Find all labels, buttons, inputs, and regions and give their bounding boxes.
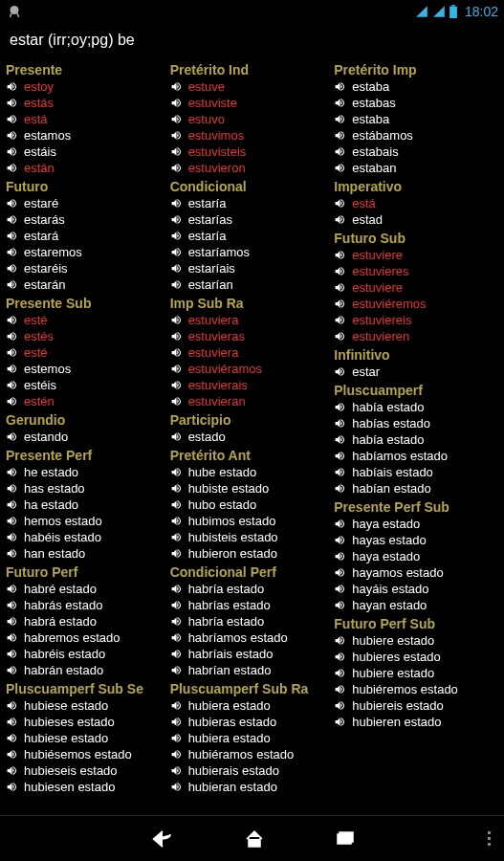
speaker-icon[interactable] xyxy=(170,278,183,291)
speaker-icon[interactable] xyxy=(6,631,18,644)
conjugation-row[interactable]: hayáis estado xyxy=(334,581,496,597)
conjugation-row[interactable]: habíamos estado xyxy=(334,448,496,464)
conjugation-row[interactable]: ha estado xyxy=(6,497,168,513)
speaker-icon[interactable] xyxy=(334,599,346,611)
conjugation-row[interactable]: hubieres estado xyxy=(334,649,496,665)
speaker-icon[interactable] xyxy=(170,230,183,242)
speaker-icon[interactable] xyxy=(170,129,183,142)
conjugation-row[interactable]: esté xyxy=(6,344,168,361)
conjugation-row[interactable]: estaba xyxy=(334,78,496,95)
conjugation-row[interactable]: hubieses estado xyxy=(6,714,168,730)
conjugation-row[interactable]: habrían estado xyxy=(170,662,333,678)
conjugation-row[interactable]: había estado xyxy=(334,431,496,448)
conjugation-row[interactable]: habrá estado xyxy=(6,613,168,629)
conjugation-row[interactable]: hubieras estado xyxy=(170,714,333,730)
conjugation-row[interactable]: hubieseis estado xyxy=(6,762,168,779)
speaker-icon[interactable] xyxy=(334,417,346,430)
speaker-icon[interactable] xyxy=(334,634,346,647)
speaker-icon[interactable] xyxy=(170,482,183,495)
conjugation-row[interactable]: he estado xyxy=(6,464,168,480)
conjugation-row[interactable]: hubimos estado xyxy=(170,513,333,529)
speaker-icon[interactable] xyxy=(6,97,18,109)
speaker-icon[interactable] xyxy=(6,363,18,375)
conjugation-row[interactable]: hubieran estado xyxy=(170,779,333,795)
conjugation-row[interactable]: estuvieran xyxy=(170,393,333,409)
speaker-icon[interactable] xyxy=(334,249,346,261)
conjugation-row[interactable]: habría estado xyxy=(170,613,333,629)
speaker-icon[interactable] xyxy=(6,615,18,628)
speaker-icon[interactable] xyxy=(6,197,18,210)
speaker-icon[interactable] xyxy=(334,667,346,679)
speaker-icon[interactable] xyxy=(6,379,18,391)
conjugation-row[interactable]: estarás xyxy=(6,211,168,228)
conjugation-row[interactable]: estarán xyxy=(6,276,168,293)
speaker-icon[interactable] xyxy=(6,162,18,174)
speaker-icon[interactable] xyxy=(334,213,346,226)
speaker-icon[interactable] xyxy=(6,395,18,408)
conjugation-row[interactable]: habías estado xyxy=(334,415,496,431)
conjugation-row[interactable]: hubo estado xyxy=(170,497,333,513)
conjugation-row[interactable]: están xyxy=(6,160,168,176)
conjugation-row[interactable]: estaremos xyxy=(6,244,168,260)
conjugation-row[interactable]: habrías estado xyxy=(170,597,333,613)
speaker-icon[interactable] xyxy=(334,433,346,446)
conjugation-row[interactable]: estaríamos xyxy=(170,244,333,260)
conjugation-row[interactable]: habría estado xyxy=(170,581,333,597)
speaker-icon[interactable] xyxy=(6,213,18,226)
speaker-icon[interactable] xyxy=(334,365,346,378)
conjugation-row[interactable]: habíais estado xyxy=(334,464,496,480)
speaker-icon[interactable] xyxy=(334,466,346,478)
conjugation-row[interactable]: hubiere estado xyxy=(334,632,496,649)
speaker-icon[interactable] xyxy=(334,314,346,326)
conjugation-row[interactable]: estuviera xyxy=(170,344,333,361)
conjugation-row[interactable]: estén xyxy=(6,393,168,409)
conjugation-row[interactable]: habréis estado xyxy=(6,646,168,662)
speaker-icon[interactable] xyxy=(170,346,183,359)
speaker-icon[interactable] xyxy=(6,699,18,712)
conjugation-row[interactable]: estás xyxy=(6,95,168,111)
speaker-icon[interactable] xyxy=(334,566,346,579)
speaker-icon[interactable] xyxy=(6,314,18,326)
speaker-icon[interactable] xyxy=(170,430,183,443)
conjugation-row[interactable]: hubieren estado xyxy=(334,714,496,730)
conjugation-row[interactable]: estuvisteis xyxy=(170,144,333,160)
speaker-icon[interactable] xyxy=(6,482,18,495)
conjugation-row[interactable]: estuvo xyxy=(170,111,333,127)
speaker-icon[interactable] xyxy=(334,518,346,530)
conjugation-row[interactable]: estuvierais xyxy=(170,377,333,393)
speaker-icon[interactable] xyxy=(6,278,18,291)
conjugation-row[interactable]: estuviere xyxy=(334,279,496,296)
speaker-icon[interactable] xyxy=(170,648,183,660)
conjugation-row[interactable]: había estado xyxy=(334,399,496,415)
conjugation-row[interactable]: haya estado xyxy=(334,516,496,532)
speaker-icon[interactable] xyxy=(6,781,18,793)
conjugation-row[interactable]: habré estado xyxy=(6,581,168,597)
speaker-icon[interactable] xyxy=(170,97,183,109)
conjugation-row[interactable]: hubiste estado xyxy=(170,480,333,497)
conjugation-row[interactable]: estéis xyxy=(6,377,168,393)
menu-button[interactable] xyxy=(488,831,491,846)
conjugation-row[interactable]: estuvieron xyxy=(170,160,333,176)
conjugation-row[interactable]: estabas xyxy=(334,95,496,111)
speaker-icon[interactable] xyxy=(334,145,346,158)
speaker-icon[interactable] xyxy=(334,699,346,712)
speaker-icon[interactable] xyxy=(334,298,346,310)
conjugation-row[interactable]: esté xyxy=(6,312,168,328)
conjugation-row[interactable]: hayamos estado xyxy=(334,564,496,581)
speaker-icon[interactable] xyxy=(334,550,346,563)
speaker-icon[interactable] xyxy=(170,547,183,560)
speaker-icon[interactable] xyxy=(170,145,183,158)
conjugation-row[interactable]: estuvieras xyxy=(170,328,333,344)
conjugation-row[interactable]: está xyxy=(334,195,496,211)
speaker-icon[interactable] xyxy=(6,547,18,560)
speaker-icon[interactable] xyxy=(334,162,346,174)
conjugation-row[interactable]: estando xyxy=(6,429,168,445)
speaker-icon[interactable] xyxy=(334,129,346,142)
conjugation-row[interactable]: hubisteis estado xyxy=(170,529,333,545)
conjugation-row[interactable]: estuviereis xyxy=(334,312,496,328)
speaker-icon[interactable] xyxy=(170,379,183,391)
speaker-icon[interactable] xyxy=(170,764,183,777)
speaker-icon[interactable] xyxy=(6,498,18,511)
speaker-icon[interactable] xyxy=(6,648,18,660)
conjugation-row[interactable]: estuviera xyxy=(170,312,333,328)
